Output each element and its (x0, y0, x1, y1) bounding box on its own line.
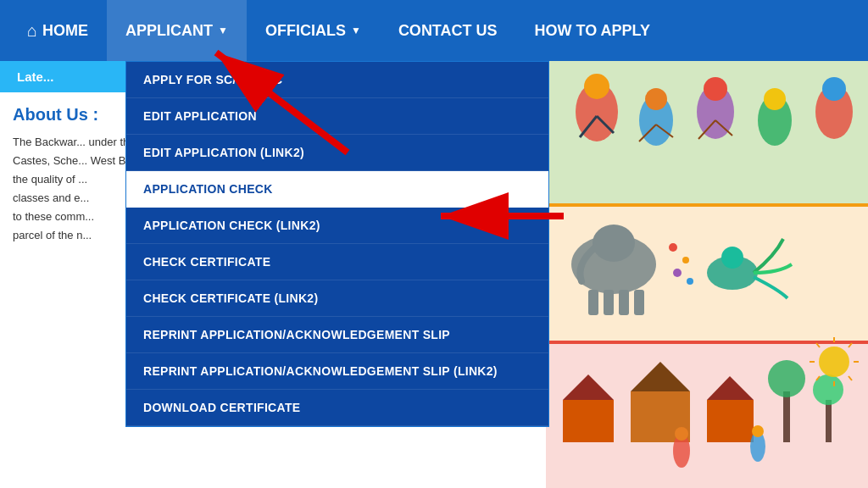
nav-how-to-apply-label: HOW TO APPLY (535, 22, 650, 40)
menu-item-check-certificate[interactable]: CHECK CERTIFICATE (126, 244, 548, 280)
nav-home-label: HOME (42, 22, 88, 40)
nav-officials-label: OFFICIALS (265, 22, 346, 40)
nav-contact-us-label: CONTACT US (398, 22, 498, 40)
svg-rect-42 (826, 400, 832, 442)
nav-officials[interactable]: OFFICIALS ▼ (247, 0, 380, 61)
svg-rect-38 (707, 400, 754, 442)
svg-point-3 (584, 74, 609, 99)
nav-applicant-label: APPLICANT (125, 22, 213, 40)
menu-item-edit-application[interactable]: EDIT APPLICATION (126, 98, 548, 135)
svg-point-7 (645, 88, 667, 110)
svg-point-41 (768, 360, 805, 397)
applicant-dropdown-menu: APPLY FOR SC/ST/OBC EDIT APPLICATION EDI… (125, 61, 549, 427)
menu-item-application-check[interactable]: APPLICATION CHECK (126, 171, 548, 208)
menu-item-application-check-link2[interactable]: APPLICATION CHECK (LINK2) (126, 208, 548, 244)
svg-point-13 (822, 77, 846, 101)
svg-rect-18 (546, 203, 868, 207)
home-icon: ⌂ (27, 21, 37, 41)
svg-rect-32 (546, 341, 868, 344)
svg-rect-25 (634, 290, 644, 315)
svg-rect-40 (783, 391, 790, 442)
nav-home[interactable]: ⌂ HOME (8, 0, 107, 61)
svg-point-31 (687, 278, 693, 285)
right-panel-folk-art (546, 61, 868, 488)
svg-point-11 (764, 88, 786, 110)
svg-rect-24 (619, 290, 629, 315)
menu-item-edit-application-link2[interactable]: EDIT APPLICATION (LINK2) (126, 135, 548, 171)
svg-point-45 (675, 427, 688, 441)
nav-how-to-apply[interactable]: HOW TO APPLY (516, 0, 669, 61)
svg-point-29 (682, 257, 689, 263)
svg-point-48 (819, 347, 849, 377)
svg-rect-22 (588, 290, 598, 315)
nav-applicant[interactable]: APPLICANT ▼ (107, 0, 247, 61)
svg-rect-23 (604, 290, 614, 315)
svg-point-27 (721, 247, 743, 269)
nav-contact-us[interactable]: CONTACT US (380, 0, 516, 61)
navbar: ⌂ HOME APPLICANT ▼ OFFICIALS ▼ CONTACT U… (0, 0, 868, 61)
menu-item-check-certificate-link2[interactable]: CHECK CERTIFICATE (LINK2) (126, 280, 548, 317)
svg-point-28 (669, 243, 677, 252)
latest-label: Late... (17, 69, 53, 84)
menu-item-reprint-slip[interactable]: REPRINT APPLICATION/ACKNOWLEDGEMENT SLIP (126, 317, 548, 353)
menu-item-reprint-slip-link2[interactable]: REPRINT APPLICATION/ACKNOWLEDGEMENT SLIP… (126, 353, 548, 390)
svg-point-21 (593, 225, 635, 262)
applicant-dropdown-arrow: ▼ (218, 25, 228, 36)
svg-point-47 (752, 425, 764, 437)
menu-item-apply-sc-st-obc[interactable]: APPLY FOR SC/ST/OBC (126, 62, 548, 98)
svg-point-30 (673, 269, 682, 277)
svg-rect-34 (563, 400, 614, 442)
svg-point-9 (704, 77, 727, 101)
menu-item-download-certificate[interactable]: DOWNLOAD CERTIFICATE (126, 390, 548, 426)
officials-dropdown-arrow: ▼ (351, 25, 361, 36)
folk-art-svg (546, 61, 868, 488)
